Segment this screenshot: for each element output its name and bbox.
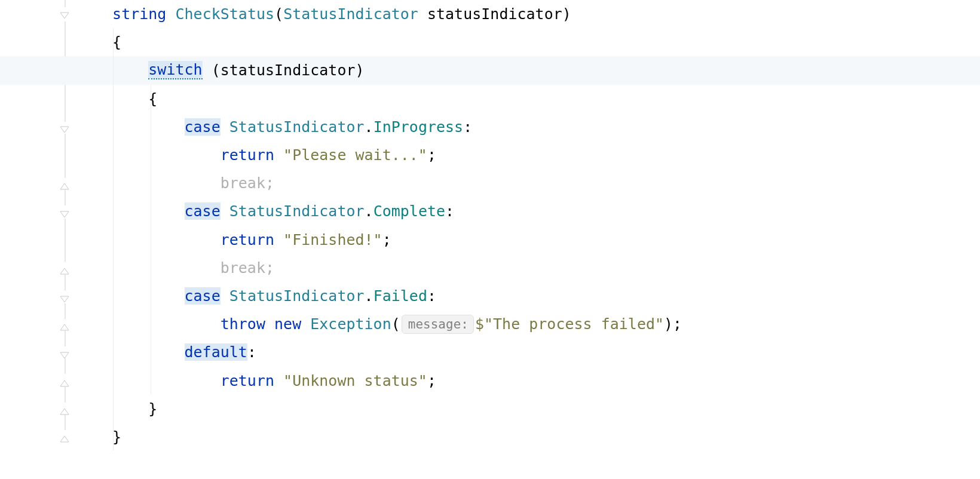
code-line[interactable]: default: (94, 338, 980, 366)
enum-member: Failed (373, 287, 427, 305)
code-line[interactable]: string CheckStatus(StatusIndicator statu… (94, 0, 980, 28)
keyword-string: string (112, 5, 166, 23)
space (274, 146, 283, 164)
semicolon: ; (382, 231, 391, 248)
brace-open: { (148, 90, 157, 108)
fold-end-icon[interactable] (59, 431, 72, 444)
indent (94, 231, 220, 248)
code-line[interactable]: { (94, 85, 980, 113)
paren-open: ( (274, 5, 283, 23)
indent (94, 400, 148, 417)
code-line[interactable]: return "Please wait..."; (94, 141, 980, 169)
code-line[interactable]: return "Finished!"; (94, 226, 980, 254)
code-line[interactable]: return "Unknown status"; (94, 366, 980, 394)
code-line[interactable]: break; (94, 254, 980, 282)
fold-end-icon[interactable] (59, 319, 72, 332)
keyword-case: case (185, 118, 220, 136)
code-line[interactable]: case StatusIndicator.Failed: (94, 282, 980, 310)
fold-toggle-icon[interactable] (59, 121, 72, 134)
code-line[interactable]: case StatusIndicator.Complete: (94, 197, 980, 225)
parameter-name: statusIndicator (427, 5, 562, 23)
svg-marker-7 (60, 183, 69, 189)
dead-code: break; (220, 174, 274, 192)
fold-toggle-icon[interactable] (59, 206, 72, 219)
indent (94, 174, 220, 192)
paren-close: ) (562, 5, 571, 23)
space (166, 5, 175, 23)
space (418, 5, 427, 23)
indent (94, 62, 148, 79)
dot: . (365, 202, 373, 220)
brace-open: { (112, 33, 121, 51)
fold-end-icon[interactable] (59, 375, 72, 388)
svg-marker-4 (60, 13, 69, 19)
colon: : (445, 202, 454, 220)
svg-marker-9 (60, 268, 69, 274)
type-name: StatusIndicator (283, 5, 418, 23)
method-name: CheckStatus (175, 5, 274, 23)
fold-toggle-icon[interactable] (59, 347, 72, 360)
keyword-return: return (220, 372, 274, 389)
space (265, 315, 274, 333)
colon: : (427, 287, 436, 305)
code-line[interactable]: } (94, 423, 980, 451)
indent (94, 5, 112, 23)
variable: statusIndicator (220, 62, 356, 79)
space (203, 62, 212, 79)
space (274, 231, 283, 248)
indent (94, 315, 220, 333)
fold-toggle-icon[interactable] (59, 7, 72, 20)
enum-member: InProgress (373, 118, 464, 136)
string-literal: "Unknown status" (283, 372, 427, 389)
svg-marker-10 (60, 296, 69, 302)
space (220, 202, 229, 220)
code-line[interactable]: } (94, 395, 980, 423)
paren-open: ( (391, 315, 400, 333)
keyword-case: case (185, 287, 220, 305)
string-prefix: $ (475, 315, 484, 333)
svg-marker-13 (60, 380, 69, 386)
code-line[interactable]: { (94, 28, 980, 56)
svg-marker-15 (60, 436, 69, 442)
code-line-current[interactable]: switch (statusIndicator) (94, 56, 980, 84)
code-content[interactable]: string CheckStatus(StatusIndicator statu… (94, 0, 980, 451)
string-literal: "Please wait..." (283, 146, 427, 164)
space (274, 372, 283, 389)
indent (94, 118, 185, 136)
string-literal: "The process failed" (484, 315, 664, 333)
svg-marker-12 (60, 352, 69, 358)
brace-close: } (112, 428, 121, 446)
code-line[interactable]: throw new Exception(message:$"The proces… (94, 310, 980, 338)
fold-end-icon[interactable] (59, 403, 72, 416)
code-line[interactable]: break; (94, 169, 980, 197)
svg-marker-8 (60, 211, 69, 217)
colon: : (247, 343, 256, 361)
type-name: StatusIndicator (229, 202, 365, 220)
brace-close: } (148, 400, 157, 417)
code-line[interactable]: case StatusIndicator.InProgress: (94, 113, 980, 141)
indent (94, 259, 220, 277)
fold-end-icon[interactable] (59, 263, 72, 276)
indent (94, 202, 185, 220)
type-name: StatusIndicator (229, 287, 365, 305)
indent (94, 287, 185, 305)
fold-toggle-icon[interactable] (59, 291, 72, 304)
indent (94, 343, 185, 361)
type-name: Exception (310, 315, 391, 333)
keyword-new: new (274, 315, 301, 333)
indent (94, 146, 220, 164)
space (301, 315, 310, 333)
indent (94, 428, 112, 446)
code-editor[interactable]: string CheckStatus(StatusIndicator statu… (0, 0, 980, 479)
type-name: StatusIndicator (229, 118, 365, 136)
svg-marker-6 (60, 127, 69, 133)
indent (94, 372, 220, 389)
svg-marker-14 (60, 409, 69, 414)
space (220, 287, 229, 305)
keyword-switch: switch (148, 61, 202, 79)
keyword-return: return (220, 231, 274, 248)
paren-close: ) (356, 62, 365, 79)
keyword-return: return (220, 146, 274, 164)
indent (94, 33, 112, 51)
fold-end-icon[interactable] (59, 178, 72, 191)
